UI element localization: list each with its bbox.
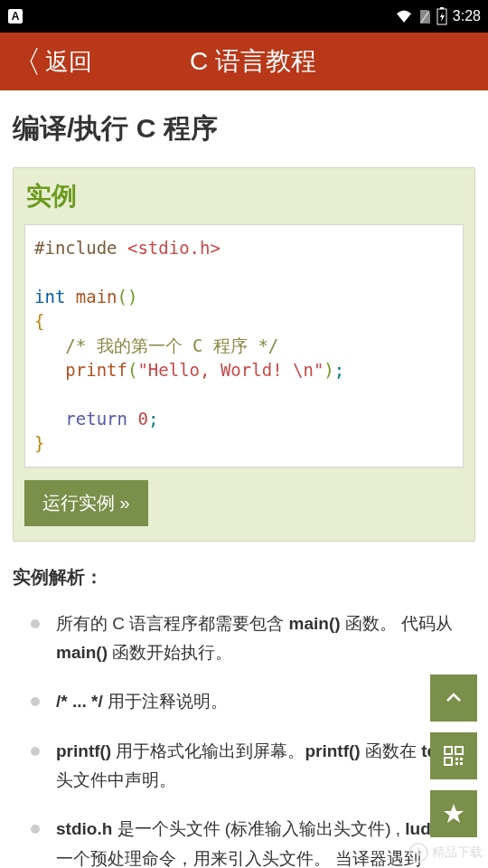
analysis-list: 所有的 C 语言程序都需要包含 main() 函数。 代码从 main() 函数… bbox=[13, 609, 475, 868]
svg-rect-5 bbox=[445, 747, 452, 754]
example-label: 实例 bbox=[26, 179, 464, 213]
battery-icon bbox=[436, 7, 447, 25]
svg-rect-11 bbox=[460, 762, 463, 765]
list-item: 所有的 C 语言程序都需要包含 main() 函数。 代码从 main() 函数… bbox=[13, 609, 475, 668]
chevron-up-icon bbox=[444, 688, 464, 708]
page-title: C 语言教程 bbox=[29, 44, 477, 79]
section-title: 编译/执行 C 程序 bbox=[13, 110, 475, 147]
svg-rect-8 bbox=[455, 758, 458, 760]
status-time: 3:28 bbox=[453, 8, 481, 24]
run-example-button[interactable]: 运行实例 » bbox=[24, 480, 148, 526]
wifi-icon bbox=[395, 9, 413, 24]
app-bar: 〈 返回 C 语言教程 bbox=[0, 33, 488, 90]
list-item: printf() 用于格式化输出到屏幕。printf() 函数在 tdio.h"… bbox=[13, 737, 475, 796]
sim-icon bbox=[418, 8, 431, 24]
floating-buttons bbox=[430, 675, 477, 837]
star-icon bbox=[442, 802, 465, 826]
svg-rect-9 bbox=[460, 758, 463, 760]
content: 编译/执行 C 程序 实例 #include <stdio.h> int mai… bbox=[0, 90, 488, 868]
svg-rect-10 bbox=[455, 762, 458, 765]
example-box: 实例 #include <stdio.h> int main() { /* 我的… bbox=[13, 167, 475, 542]
svg-text:A: A bbox=[12, 10, 20, 23]
code-block: #include <stdio.h> int main() { /* 我的第一个… bbox=[24, 224, 464, 467]
input-method-icon: A bbox=[7, 8, 23, 24]
favorite-button[interactable] bbox=[430, 790, 477, 837]
qr-button[interactable] bbox=[430, 732, 477, 779]
qr-icon bbox=[443, 745, 465, 767]
status-bar: A 3:28 bbox=[0, 0, 488, 33]
svg-rect-4 bbox=[440, 7, 444, 9]
watermark: 精品下载 bbox=[408, 843, 483, 863]
watermark-icon bbox=[408, 843, 428, 863]
svg-rect-6 bbox=[455, 747, 463, 754]
list-item: stdio.h 是一个头文件 (标准输入输出头文件) , lude 是一个预处理… bbox=[13, 815, 475, 868]
scroll-top-button[interactable] bbox=[430, 675, 477, 722]
analysis-title: 实例解析： bbox=[13, 565, 475, 590]
svg-rect-7 bbox=[445, 758, 452, 765]
list-item: /* ... */ 用于注释说明。 bbox=[13, 687, 475, 716]
